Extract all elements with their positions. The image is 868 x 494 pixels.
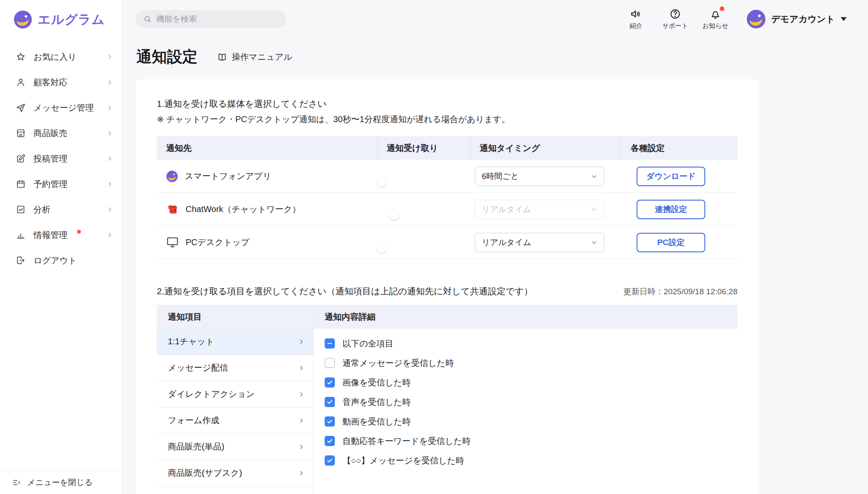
logout-icon: [15, 255, 26, 265]
category-item-product-single[interactable]: 商品販売(単品): [157, 434, 313, 460]
search-input[interactable]: [156, 14, 279, 24]
search-box[interactable]: [136, 10, 287, 28]
edit-icon: [15, 154, 26, 164]
speaker-icon: [630, 8, 642, 20]
category-item-broadcast[interactable]: メッセージ配信: [157, 355, 313, 381]
checkbox-unchecked[interactable]: [325, 358, 335, 368]
section1-note: ※ チャットワーク・PCデスクトップ通知は、30秒〜1分程度通知が遅れる場合があ…: [157, 114, 737, 125]
sidebar-item-label: 情報管理: [33, 229, 67, 241]
category-column: 通知項目 1:1チャット メッセージ配信 ダイレクトアクション: [157, 305, 314, 494]
chevron-right-icon: [298, 365, 305, 371]
detail-row-video[interactable]: 動画を受信した時: [325, 412, 737, 431]
chevron-right-icon: [298, 338, 305, 345]
sidebar-item-label: 予約管理: [33, 179, 67, 190]
sidebar-item-messages[interactable]: メッセージ管理: [0, 95, 122, 120]
column-header: 各種設定: [621, 136, 737, 160]
help-icon: [669, 8, 681, 20]
chevron-right-icon: [298, 470, 305, 477]
detail-row-image[interactable]: 画像を受信した時: [325, 373, 737, 392]
media-table: 通知先 通知受け取り 通知タイミング 各種設定 スマートフォンアプリ: [157, 136, 737, 259]
category-item-chat[interactable]: 1:1チャット: [157, 329, 313, 355]
column-header: 通知タイミング: [470, 136, 621, 160]
news-badge: [720, 6, 724, 11]
category-item-form[interactable]: フォーム作成: [157, 407, 313, 434]
chart-icon: [15, 204, 26, 215]
content: 通知設定 操作マニュアル 1.通知を受け取る媒体を選択してください ※ チャット…: [123, 38, 868, 494]
checkbox-checked[interactable]: [325, 397, 335, 407]
sidebar-item-analytics[interactable]: 分析: [0, 197, 122, 222]
account-menu[interactable]: デモアカウント: [746, 9, 847, 29]
news-button[interactable]: お知らせ: [702, 8, 728, 30]
support-button[interactable]: サポート: [662, 8, 688, 30]
sidebar-item-reservations[interactable]: 予約管理: [0, 171, 122, 197]
detail-column-header: 通知内容詳細: [314, 305, 737, 329]
media-name: PCデスクトップ: [186, 237, 250, 248]
calendar-icon: [15, 179, 26, 189]
detail-row-all-items[interactable]: 以下の全項目: [325, 334, 737, 353]
smartphone-timing-select[interactable]: 6時間ごと: [475, 167, 604, 186]
desktop-icon: [166, 237, 179, 248]
shop-icon: [15, 128, 26, 138]
category-item-system[interactable]: システム通知: [157, 486, 313, 494]
sidebar-item-label: 顧客対応: [33, 77, 67, 88]
checkbox-indeterminate[interactable]: [325, 338, 335, 349]
checkbox-checked[interactable]: [325, 436, 335, 446]
table-row-smartphone: スマートフォンアプリ 6時間ごと ダウンロード: [157, 160, 737, 193]
category-label: ダイレクトアクション: [168, 388, 255, 400]
send-icon: [15, 103, 26, 113]
close-menu-label: メニューを閉じる: [27, 477, 93, 488]
category-item-direct-action[interactable]: ダイレクトアクション: [157, 381, 313, 407]
chevron-right-icon: [106, 155, 113, 162]
manual-link[interactable]: 操作マニュアル: [217, 51, 292, 63]
chevron-right-icon: [106, 79, 113, 86]
category-label: 商品販売(サブスク): [168, 467, 242, 479]
settings-card: 1.通知を受け取る媒体を選択してください ※ チャットワーク・PCデスクトップ通…: [136, 79, 759, 494]
section1-heading: 1.通知を受け取る媒体を選択してください: [157, 98, 737, 110]
checkbox-checked[interactable]: [325, 377, 335, 388]
page-title: 通知設定: [136, 47, 198, 67]
caret-down-icon: [840, 17, 847, 21]
chevron-right-icon: [106, 232, 113, 238]
notification-dot: [77, 230, 81, 234]
chatwork-link-button[interactable]: 連携設定: [637, 200, 705, 219]
table-row-desktop: PCデスクトップ リアルタイム PC設定: [157, 226, 737, 259]
desktop-timing-select[interactable]: リアルタイム: [475, 233, 604, 252]
intro-button[interactable]: 紹介: [624, 8, 648, 30]
main-area: 紹介 サポート お知らせ デモアカウント 通知設定: [123, 0, 868, 494]
close-menu-button[interactable]: メニューを閉じる: [0, 470, 122, 494]
detail-row-template-message[interactable]: 【○○】メッセージを受信した時: [325, 451, 737, 470]
chevron-right-icon: [106, 206, 113, 213]
sidebar-item-logout[interactable]: ログアウト: [0, 248, 122, 273]
sidebar-item-favorites[interactable]: お気に入り: [0, 44, 122, 70]
detail-label: 通常メッセージを受信した時: [342, 357, 454, 369]
detail-row-keyword[interactable]: 自動応答キーワードを受信した時: [325, 431, 737, 451]
detail-label: 【○○】メッセージを受信した時: [342, 455, 464, 466]
download-button[interactable]: ダウンロード: [637, 167, 705, 186]
account-name: デモアカウント: [771, 13, 835, 25]
detail-row-audio[interactable]: 音声を受信した時: [325, 392, 737, 412]
app-logo-icon: [14, 10, 32, 29]
category-item-product-subscription[interactable]: 商品販売(サブスク): [157, 460, 313, 486]
pc-settings-button[interactable]: PC設定: [637, 233, 705, 252]
brand-logo[interactable]: エルグラム: [0, 0, 122, 37]
checkbox-checked[interactable]: [325, 416, 335, 427]
detail-label: 画像を受信した時: [342, 377, 411, 388]
chevron-right-icon: [298, 444, 305, 450]
sidebar-item-label: 投稿管理: [33, 153, 67, 165]
sidebar-item-information[interactable]: 情報管理: [0, 222, 122, 248]
sidebar: エルグラム お気に入り 顧客対応 メッセージ管理 商品販売: [0, 0, 123, 494]
star-icon: [15, 52, 26, 62]
sidebar-item-products[interactable]: 商品販売: [0, 120, 122, 146]
detail-row-normal-message[interactable]: 通常メッセージを受信した時: [325, 353, 737, 373]
sidebar-item-posts[interactable]: 投稿管理: [0, 146, 122, 171]
chevron-down-icon: [590, 173, 598, 180]
chevron-right-icon: [106, 130, 113, 137]
chevron-down-icon: [590, 206, 598, 213]
sidebar-item-customers[interactable]: 顧客対応: [0, 70, 122, 95]
chevron-right-icon: [298, 417, 305, 424]
search-icon: [143, 15, 152, 23]
detail-list: 以下の全項目 通常メッセージを受信した時 画像を受信した時: [314, 329, 737, 470]
checkbox-checked[interactable]: [325, 455, 335, 466]
category-label: メッセージ配信: [168, 362, 228, 374]
sidebar-item-label: 分析: [33, 204, 50, 215]
